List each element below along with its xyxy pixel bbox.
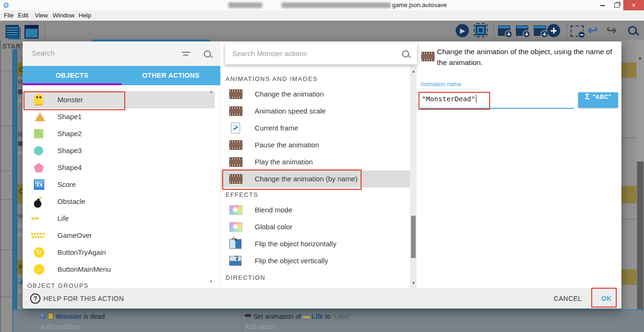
add-comment-icon[interactable] bbox=[534, 25, 546, 36]
scroll-up-icon[interactable]: ▲ bbox=[638, 56, 642, 60]
animation-name-field[interactable]: "MonsterDead" bbox=[422, 95, 476, 103]
event-fragment: A bbox=[18, 97, 22, 105]
object-item-shape2[interactable]: Shape2 bbox=[23, 125, 215, 142]
minimize-button[interactable] bbox=[596, 0, 609, 10]
object-item-gameover[interactable]: GameOver bbox=[23, 227, 215, 244]
frame-icon bbox=[231, 123, 240, 134]
scroll-down-icon[interactable]: ▼ bbox=[411, 281, 416, 285]
toolbar: ▶ ↩ ↪ bbox=[0, 21, 644, 40]
action-item-pause-animation[interactable]: Pause the animation bbox=[221, 137, 411, 154]
action-search-placeholder: Search Monster actions bbox=[233, 49, 307, 57]
object-item-shape4[interactable]: Shape4 bbox=[23, 159, 215, 176]
image-color-icon bbox=[229, 205, 242, 215]
object-item-buttonmainmenu[interactable]: ⌂ ButtonMainMenu bbox=[23, 261, 215, 278]
play-icon[interactable]: ▶ bbox=[456, 24, 469, 37]
flip-vertical-icon: ↷ bbox=[229, 256, 242, 266]
object-item-shape3[interactable]: Shape3 bbox=[23, 142, 215, 159]
add-other-event-icon[interactable] bbox=[547, 24, 560, 37]
action-item-animation-speed-scale[interactable]: Animation speed scale bbox=[221, 103, 411, 120]
tab-objects[interactable]: OBJECTS bbox=[23, 66, 121, 85]
blurred-title-segment bbox=[282, 2, 391, 8]
redo-icon[interactable]: ↪ bbox=[606, 23, 617, 38]
event-divider bbox=[0, 126, 12, 126]
event-divider bbox=[0, 297, 12, 297]
object-item-buttontryagain[interactable]: ↻ ButtonTryAgain bbox=[23, 244, 215, 261]
film-icon bbox=[229, 140, 242, 150]
object-label: Score bbox=[57, 180, 76, 188]
condition-text[interactable]: Monster is dead bbox=[56, 313, 105, 320]
scroll-down-icon[interactable]: ▼ bbox=[209, 279, 213, 284]
section-header-animations: ANIMATIONS AND IMAGES bbox=[225, 75, 318, 82]
action-label: Pause the animation bbox=[255, 141, 319, 149]
object-label: Shape1 bbox=[57, 113, 82, 121]
scene-editor-icon[interactable] bbox=[24, 25, 39, 39]
close-button[interactable]: ✕ bbox=[623, 0, 644, 10]
search-icon[interactable] bbox=[204, 50, 211, 57]
menu-window[interactable]: Window bbox=[53, 12, 74, 19]
action-item-play-animation[interactable]: Play the animation bbox=[221, 154, 411, 170]
add-condition-button[interactable]: Add condition bbox=[40, 323, 80, 331]
sigma-icon: Σ bbox=[585, 92, 589, 101]
delete-event-icon[interactable] bbox=[571, 25, 584, 37]
animation-name-label: Animation name bbox=[420, 81, 461, 88]
action-item-current-frame[interactable]: Current frame bbox=[221, 120, 411, 137]
search-icon[interactable] bbox=[628, 26, 637, 35]
action-text[interactable]: Set animation of ♥♥♥ Life to "Life0" bbox=[253, 313, 351, 320]
film-icon bbox=[229, 89, 242, 99]
menu-help[interactable]: Help bbox=[79, 12, 91, 19]
add-event-icon[interactable] bbox=[498, 25, 510, 36]
action-item-flip-vertically[interactable]: ↷ Flip the object vertically bbox=[221, 252, 411, 269]
action-item-blend-mode[interactable]: Blend mode bbox=[221, 202, 411, 219]
cancel-button[interactable]: CANCEL bbox=[548, 292, 588, 305]
scroll-up-icon[interactable]: ▲ bbox=[209, 89, 213, 94]
home-button-icon: ⌂ bbox=[34, 264, 44, 275]
film-icon bbox=[229, 157, 242, 167]
menu-edit[interactable]: Edit bbox=[18, 12, 28, 19]
event-comment-bar bbox=[621, 269, 637, 285]
action-item-change-animation[interactable]: Change the animation bbox=[221, 86, 411, 103]
object-item-score[interactable]: Tx Score bbox=[23, 176, 215, 193]
action-search-bar[interactable]: Search Monster actions bbox=[225, 43, 417, 65]
tab-other-actions[interactable]: OTHER ACTIONS bbox=[121, 66, 220, 85]
menu-view[interactable]: View bbox=[35, 12, 48, 19]
menu-file[interactable]: File bbox=[4, 12, 14, 19]
action-pre: Set animation of bbox=[253, 313, 301, 320]
help-button[interactable]: HELP FOR THIS ACTION bbox=[43, 295, 124, 302]
action-item-global-color[interactable]: Global color bbox=[221, 219, 411, 235]
ok-button[interactable]: OK bbox=[596, 292, 617, 305]
condition-object: Monster bbox=[56, 313, 81, 320]
filter-icon[interactable] bbox=[182, 51, 190, 56]
object-item-life[interactable]: ♥♥♥ Life bbox=[23, 210, 215, 227]
action-list-scrollbar-thumb[interactable] bbox=[411, 216, 416, 258]
event-comment-bar bbox=[621, 63, 637, 78]
add-subevent-icon[interactable] bbox=[516, 25, 528, 36]
object-label: Shape2 bbox=[57, 130, 82, 138]
image-color-icon bbox=[229, 222, 242, 232]
menu-bar: File Edit View Window Help bbox=[0, 10, 644, 21]
window-scrollbar-thumb[interactable] bbox=[637, 162, 644, 332]
add-action-button[interactable]: Add action bbox=[245, 323, 276, 331]
object-search-bar[interactable]: Search bbox=[23, 41, 220, 66]
debug-icon[interactable] bbox=[475, 25, 486, 35]
window-title: game.json.autosave bbox=[392, 1, 447, 8]
help-icon[interactable]: ? bbox=[30, 293, 40, 304]
action-item-change-animation-by-name[interactable]: Change the animation (by name) bbox=[221, 170, 411, 187]
object-item-monster[interactable]: Monster bbox=[23, 91, 215, 108]
object-item-shape1[interactable]: Shape1 bbox=[23, 108, 215, 125]
action-item-flip-horizontally[interactable]: ↷ Flip the object horizontally bbox=[221, 235, 411, 252]
expression-editor-button[interactable]: Σ"ABC" bbox=[578, 92, 618, 108]
action-label: Global color bbox=[255, 223, 292, 231]
action-label: Change the animation bbox=[255, 90, 324, 98]
object-label: GameOver bbox=[57, 231, 92, 239]
action-label: Flip the object vertically bbox=[255, 257, 328, 265]
toolbar-separator bbox=[493, 24, 494, 38]
flip-arrow-glyph: ↷ bbox=[232, 236, 237, 243]
object-item-obstacle[interactable]: Obstacle bbox=[23, 193, 215, 210]
events-editor-icon[interactable] bbox=[6, 25, 19, 38]
scroll-up-icon[interactable]: ▲ bbox=[411, 69, 416, 73]
restore-button[interactable] bbox=[610, 0, 623, 10]
undo-icon[interactable]: ↩ bbox=[588, 23, 598, 38]
action-label: Animation speed scale bbox=[255, 107, 326, 115]
search-icon[interactable] bbox=[402, 50, 409, 57]
action-list: ANIMATIONS AND IMAGES Change the animati… bbox=[220, 66, 417, 288]
